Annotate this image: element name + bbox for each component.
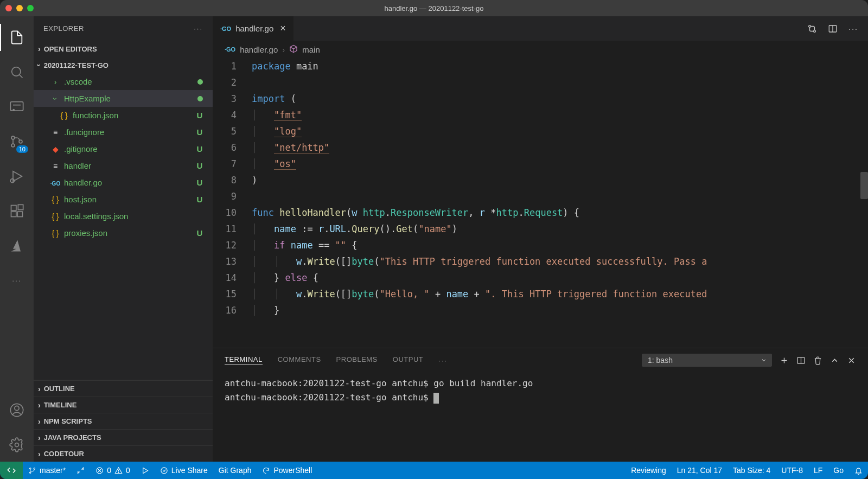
- panel-tab-output[interactable]: OUTPUT: [393, 355, 423, 365]
- tree-item-local-settings-json[interactable]: { }local.settings.json: [34, 208, 213, 225]
- activity-extensions[interactable]: [0, 194, 34, 228]
- kill-terminal-button[interactable]: [813, 356, 822, 365]
- section-workspace[interactable]: › 20201122-TEST-GO: [34, 57, 213, 73]
- remote-indicator[interactable]: [0, 462, 23, 479]
- breadcrumb-separator: ›: [282, 45, 285, 54]
- breadcrumb[interactable]: ·GO handler.go › main: [213, 41, 868, 58]
- terminal-dropdown[interactable]: 1: bash ›: [642, 354, 772, 367]
- panel-more[interactable]: ···: [438, 356, 448, 365]
- file-icon: ›: [50, 94, 64, 103]
- status-branch[interactable]: master*: [23, 462, 71, 479]
- section-codetour[interactable]: ›CODETOUR: [34, 445, 213, 462]
- section-timeline[interactable]: ›TIMELINE: [34, 397, 213, 413]
- status-gitgraph[interactable]: Git Graph: [213, 462, 257, 479]
- new-terminal-button[interactable]: [780, 356, 789, 365]
- status-reviewing[interactable]: Reviewing: [626, 462, 672, 479]
- activity-search[interactable]: [0, 55, 34, 89]
- line-number: 5: [213, 123, 237, 139]
- code-line: │ "log": [252, 123, 868, 139]
- activity-scm[interactable]: 10: [0, 125, 34, 158]
- tree-item-handler-go[interactable]: ·GOhandler.goU: [34, 174, 213, 191]
- activity-azure[interactable]: [0, 229, 34, 263]
- chevron-right-icon: ›: [38, 417, 41, 426]
- minimap[interactable]: [858, 58, 868, 348]
- refresh-icon: [262, 467, 270, 475]
- tree-item-proxies-json[interactable]: { }proxies.jsonU: [34, 225, 213, 241]
- section-java-projects[interactable]: ›JAVA PROJECTS: [34, 429, 213, 445]
- status-sync[interactable]: [71, 462, 90, 479]
- tree-item-host-json[interactable]: { }host.jsonU: [34, 191, 213, 208]
- status-liveshare[interactable]: Live Share: [155, 462, 213, 479]
- line-number: 11: [213, 221, 237, 237]
- panel-tab-problems[interactable]: PROBLEMS: [336, 355, 378, 365]
- file-icon: ≡: [50, 127, 64, 137]
- terminal-output[interactable]: antchu-macbook:20201122-test-go antchu$ …: [213, 372, 868, 462]
- tree-item-handler[interactable]: ≡handlerU: [34, 157, 213, 174]
- minimize-window-button[interactable]: [16, 5, 23, 11]
- sidebar-more-button[interactable]: ···: [194, 24, 203, 33]
- maximize-window-button[interactable]: [27, 5, 34, 11]
- activity-account[interactable]: [0, 393, 34, 427]
- activity-bar: 10 ···: [0, 16, 34, 462]
- git-status: U: [194, 127, 205, 137]
- activity-remote[interactable]: [0, 90, 34, 124]
- activity-settings[interactable]: [0, 428, 34, 462]
- file-label: .vscode: [64, 77, 197, 86]
- git-status: U: [194, 161, 205, 170]
- tab-handler-go[interactable]: ·GO handler.go ×: [213, 16, 294, 41]
- status-eol[interactable]: LF: [808, 462, 828, 479]
- activity-more[interactable]: ···: [0, 264, 34, 297]
- status-debug-launch[interactable]: [136, 462, 155, 479]
- activity-run[interactable]: [0, 159, 34, 193]
- gutter: 12345678910111213141516: [213, 58, 252, 348]
- file-label: host.json: [64, 195, 194, 204]
- code-line: │ "net/http": [252, 139, 868, 156]
- code-line: │ "os": [252, 156, 868, 172]
- close-tab-button[interactable]: ×: [278, 23, 286, 34]
- svg-point-6: [11, 144, 15, 147]
- modified-dot: [197, 79, 203, 85]
- compare-changes-icon[interactable]: [807, 24, 817, 34]
- split-editor-icon[interactable]: [828, 24, 838, 34]
- status-problems[interactable]: 0 0: [90, 462, 136, 479]
- file-tree: ›.vscode›HttpExample{ }function.jsonU≡.f…: [34, 73, 213, 241]
- section-open-editors[interactable]: › OPEN EDITORS: [34, 41, 213, 57]
- tree-item-httpexample[interactable]: ›HttpExample: [34, 90, 213, 107]
- tree-item--funcignore[interactable]: ≡.funcignoreU: [34, 124, 213, 140]
- minimap-thumb[interactable]: [860, 172, 868, 199]
- window-title: handler.go — 20201122-test-go: [0, 4, 868, 12]
- panel-tab-terminal[interactable]: TERMINAL: [225, 355, 263, 365]
- liveshare-icon: [160, 467, 168, 475]
- status-encoding[interactable]: UTF-8: [776, 462, 808, 479]
- tabbar: ·GO handler.go × ···: [213, 16, 868, 41]
- extensions-icon: [9, 203, 24, 219]
- window-controls: [5, 5, 34, 11]
- more-actions-button[interactable]: ···: [848, 24, 858, 33]
- activity-explorer[interactable]: [0, 21, 34, 54]
- code-editor[interactable]: 12345678910111213141516 package main imp…: [213, 58, 868, 348]
- ellipsis-icon: ···: [12, 276, 22, 285]
- line-number: 8: [213, 172, 237, 188]
- svg-point-0: [12, 67, 21, 76]
- status-language[interactable]: Go: [828, 462, 849, 479]
- svg-rect-12: [17, 212, 22, 216]
- svg-point-7: [19, 140, 22, 143]
- status-cursor-position[interactable]: Ln 21, Col 17: [672, 462, 727, 479]
- run-debug-icon: [9, 169, 24, 184]
- section-npm-scripts[interactable]: ›NPM SCRIPTS: [34, 413, 213, 429]
- tree-item-function-json[interactable]: { }function.jsonU: [34, 107, 213, 124]
- close-window-button[interactable]: [5, 5, 12, 11]
- section-outline[interactable]: ›OUTLINE: [34, 380, 213, 397]
- files-icon: [9, 30, 24, 45]
- close-panel-button[interactable]: [847, 356, 856, 365]
- split-terminal-button[interactable]: [796, 356, 806, 365]
- maximize-panel-button[interactable]: [830, 356, 839, 365]
- status-feedback[interactable]: [849, 462, 868, 479]
- section-label: OUTLINE: [44, 385, 75, 393]
- status-tabsize[interactable]: Tab Size: 4: [727, 462, 776, 479]
- tree-item--vscode[interactable]: ›.vscode: [34, 73, 213, 90]
- tree-item--gitignore[interactable]: ◆.gitignoreU: [34, 140, 213, 157]
- svg-line-1: [20, 75, 23, 78]
- panel-tab-comments[interactable]: COMMENTS: [278, 355, 321, 365]
- status-powershell[interactable]: PowerShell: [257, 462, 317, 479]
